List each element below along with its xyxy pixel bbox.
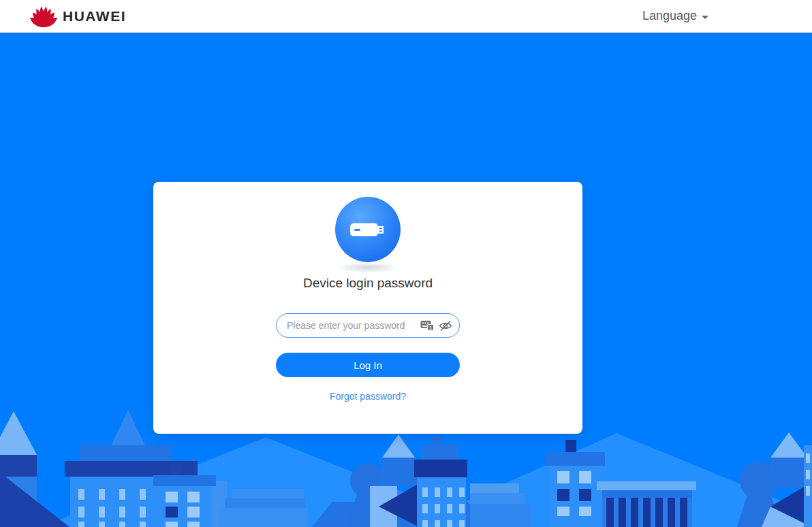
brand-wordmark: HUAWEI bbox=[63, 8, 126, 25]
huawei-logo: HUAWEI bbox=[30, 5, 126, 27]
log-in-button[interactable]: Log In bbox=[276, 353, 460, 377]
huawei-logo-icon bbox=[30, 5, 57, 27]
top-bar: HUAWEI Language bbox=[0, 0, 812, 33]
forgot-password-link[interactable]: Forgot password? bbox=[330, 391, 406, 402]
password-input[interactable] bbox=[285, 319, 416, 332]
page-title: Device login password bbox=[153, 276, 582, 291]
usb-modem-icon bbox=[347, 216, 388, 243]
login-page: HUAWEI Language bbox=[0, 0, 812, 527]
password-hidden-eye-icon[interactable] bbox=[439, 320, 452, 332]
chevron-down-icon bbox=[702, 16, 708, 19]
svg-text:1: 1 bbox=[429, 325, 432, 331]
password-field-wrapper: 1 bbox=[276, 313, 460, 338]
language-dropdown[interactable]: Language bbox=[642, 9, 708, 23]
device-avatar bbox=[335, 197, 401, 262]
device-icon-shadow bbox=[337, 262, 399, 273]
onscreen-keyboard-icon[interactable]: 1 bbox=[420, 320, 434, 331]
login-card: Device login password 1 Lo bbox=[153, 182, 582, 434]
language-label: Language bbox=[642, 9, 697, 23]
forgot-password-row: Forgot password? bbox=[153, 391, 582, 402]
